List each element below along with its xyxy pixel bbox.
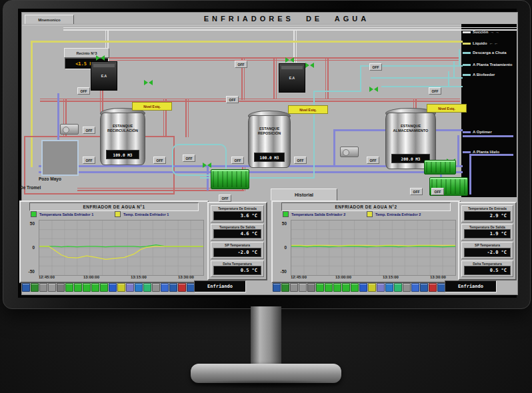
- tank-reposicion: ESTANQUEREPOSICIÓN 100.0 M3: [248, 111, 291, 168]
- tank-level-tag[interactable]: Nivel Estq.: [427, 104, 467, 113]
- taskbar-icon[interactable]: [273, 283, 281, 292]
- flow-arrow-icon: → →: [490, 30, 499, 34]
- pipe-stub-icon: [463, 74, 471, 76]
- taskbar-icon[interactable]: [91, 283, 99, 292]
- taskbar-icon[interactable]: [368, 283, 376, 292]
- readout-label: SP Temperatura: [211, 243, 263, 247]
- taskbar-icon[interactable]: [143, 283, 151, 292]
- taskbar-icon[interactable]: [39, 283, 47, 292]
- pipe-discharge: [453, 61, 455, 79]
- pipe-legend-row: Succión→ →: [463, 28, 518, 36]
- pipe-discharge: [360, 65, 361, 92]
- taskbar-icon[interactable]: [65, 283, 73, 292]
- taskbar-icon[interactable]: [420, 283, 428, 292]
- pipe-legend-label: A Planta Hielo: [473, 150, 499, 154]
- off-tag: OFF: [369, 63, 382, 71]
- taskbar-icon[interactable]: [31, 283, 39, 292]
- taskbar-icon[interactable]: [178, 283, 186, 292]
- taskbar-icon[interactable]: [299, 283, 307, 292]
- off-tag: OFF: [367, 157, 379, 164]
- taskbar-icon[interactable]: [281, 283, 289, 292]
- readout-label: Temperatura De Salida: [462, 225, 513, 229]
- chiller-skid-icon: [211, 169, 249, 189]
- pipe-legend-row: Líquido← ←: [463, 39, 518, 47]
- x-tick-label: 13:30:00: [430, 275, 446, 279]
- legend-item: Temp. Entrada Enfriador 1: [115, 211, 169, 217]
- off-tag: OFF: [410, 188, 423, 195]
- legend-swatch-green: [31, 211, 37, 217]
- readout-label: SP Temperatura: [462, 243, 513, 247]
- pipe-legend-row: A Planta Hielo: [463, 148, 518, 156]
- taskbar-icon[interactable]: [394, 283, 402, 292]
- chiller-unit-1[interactable]: E.A: [91, 61, 117, 91]
- taskbar-icon[interactable]: [342, 283, 350, 292]
- taskbar-icon[interactable]: [126, 283, 134, 292]
- tank-level-tag[interactable]: Nivel Estq.: [288, 105, 328, 114]
- taskbar-icon[interactable]: [48, 283, 56, 292]
- valve-icon: [96, 55, 105, 61]
- taskbar-icon[interactable]: [109, 283, 117, 292]
- taskbar-icon[interactable]: [22, 283, 30, 292]
- tank-name: ESTANQUEREPOSICIÓN: [248, 127, 291, 137]
- readout-value-display: -2.0 °C: [213, 248, 261, 257]
- off-tag: OFF: [429, 87, 441, 95]
- flow-arrow-icon: ← ←: [489, 41, 499, 45]
- y-tick-label: 0: [284, 245, 287, 250]
- readout-label: Delta Temperatura: [462, 262, 513, 266]
- legend-swatch-yellow: [367, 211, 373, 217]
- x-tick-label: 12:45:00: [291, 275, 307, 279]
- taskbar-icon[interactable]: [359, 283, 367, 292]
- readout-label: Temperatura De Salida: [211, 225, 263, 229]
- legend-label: Temp. Entrada Enfriador 2: [375, 212, 421, 216]
- taskbar-icon[interactable]: [403, 283, 411, 292]
- off-tag: OFF: [231, 157, 244, 164]
- taskbar-icon[interactable]: [135, 283, 143, 292]
- valve-icon: [144, 80, 153, 86]
- chiller-unit-2[interactable]: E.A: [279, 63, 305, 93]
- taskbar-icon[interactable]: [333, 283, 341, 292]
- y-tick-label: -50: [281, 269, 287, 274]
- taskbar-icon[interactable]: [290, 283, 298, 292]
- taskbar-icon[interactable]: [377, 283, 385, 292]
- status-display-2: Enfriando: [445, 280, 497, 292]
- taskbar-icon[interactable]: [316, 283, 324, 292]
- pipe-legend-label: Líquido: [473, 41, 487, 45]
- tank-level-tag[interactable]: Nivel Estq.: [132, 102, 172, 111]
- taskbar-icon[interactable]: [74, 283, 82, 292]
- pipe-discharge: [459, 49, 460, 67]
- pozo-mayo-label: Pozo Mayo: [39, 177, 61, 181]
- chiller-skid-icon: [424, 160, 456, 175]
- x-tick-label: 12:45:00: [39, 275, 55, 279]
- pipe-suction: [63, 27, 517, 31]
- taskbar-icon[interactable]: [385, 283, 393, 292]
- tank-volume-display: 109.0 M3: [106, 150, 139, 159]
- off-tag: OFF: [77, 87, 90, 95]
- pipe-legend-row: A Optimer: [463, 128, 518, 136]
- readout-value-display: 0.5 °C: [464, 266, 511, 275]
- taskbar-icon[interactable]: [429, 283, 437, 292]
- taskbar-icon[interactable]: [307, 283, 315, 292]
- taskbar-icon[interactable]: [351, 283, 359, 292]
- taskbar-icon[interactable]: [83, 283, 91, 292]
- off-tag: OFF: [294, 157, 307, 164]
- y-axis-1: 500-50: [19, 218, 36, 276]
- legend-label: Temperatura Salida Enfriador 2: [291, 212, 345, 216]
- x-axis-1: 12:45:0013:00:0013:15:0013:30:00: [39, 275, 203, 282]
- y-axis-2: 500-50: [271, 218, 288, 276]
- taskbar-icon[interactable]: [411, 283, 419, 292]
- pipe-legend-row: A Planta Tratamiento: [463, 61, 518, 69]
- pipe-discharge: [448, 71, 449, 87]
- pipe-warm: [325, 57, 329, 99]
- pipe-legend-label: A Optimer: [473, 130, 492, 134]
- taskbar-icon[interactable]: [117, 283, 125, 292]
- taskbar-icon[interactable]: [161, 283, 169, 292]
- readout-module: Temperatura De Entrada2.9 °C: [461, 205, 513, 222]
- taskbar-icon[interactable]: [57, 283, 65, 292]
- taskbar-icon[interactable]: [169, 283, 177, 292]
- taskbar-icon[interactable]: [325, 283, 333, 292]
- taskbar-icon[interactable]: [100, 283, 108, 292]
- historial-button[interactable]: Historial: [271, 189, 337, 201]
- tank-volume-display: 100.0 M3: [254, 153, 285, 162]
- taskbar-icon[interactable]: [152, 283, 160, 292]
- trend-series: [39, 246, 203, 260]
